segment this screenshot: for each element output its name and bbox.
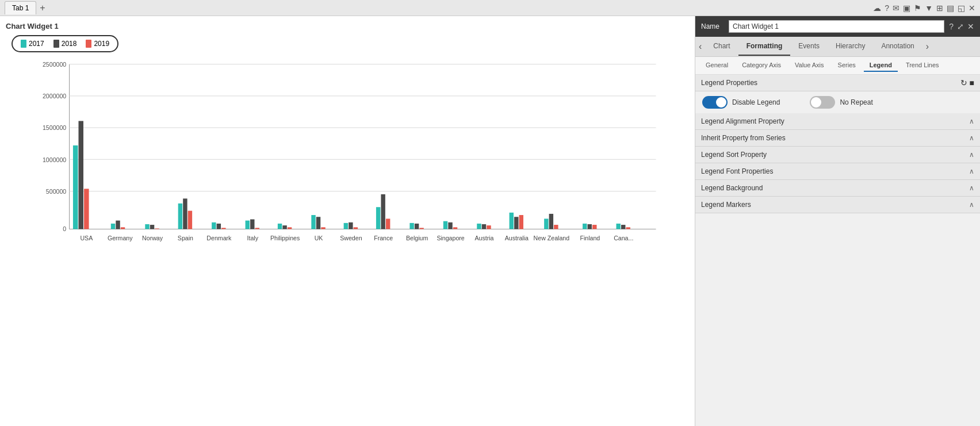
expand-icon[interactable]: ◱ [958, 3, 965, 13]
bar-sweden-2019 [354, 227, 358, 229]
bar-italy-2019 [255, 228, 259, 229]
svg-text:Norway: Norway [142, 235, 163, 241]
legend-label-2019: 2019 [94, 40, 109, 48]
inherit-property-from-series[interactable]: Inherit Property from Series ∧ [695, 130, 980, 147]
svg-text:500000: 500000 [46, 188, 67, 195]
legend-color-2018 [53, 40, 59, 48]
panel-tab-next[interactable]: › [922, 37, 932, 56]
chart-title: Chart Widget 1 [6, 22, 689, 30]
bar-canada-2018 [621, 225, 625, 229]
tab-add-button[interactable]: + [36, 3, 48, 13]
bar-spain-2018 [183, 198, 187, 229]
bar-germany-2017 [111, 224, 115, 229]
cloud-icon[interactable]: ☁ [873, 3, 881, 13]
bar-newzealand-2018 [549, 214, 553, 229]
chart-area: Chart Widget 1 2017 2018 2019 [0, 16, 695, 426]
chevron-legend-sort: ∧ [969, 151, 974, 159]
flag-icon[interactable]: ⚑ [914, 3, 921, 13]
bar-norway-2017 [145, 224, 149, 229]
expand-panel-icon[interactable]: ⤢ [957, 22, 964, 31]
legend-label-2018: 2018 [62, 40, 77, 48]
chevron-inherit-property: ∧ [969, 134, 974, 142]
bar-italy-2017 [246, 221, 250, 229]
bar-philippines-2018 [282, 225, 286, 229]
bar-philippines-2019 [288, 227, 292, 229]
mail-icon[interactable]: ✉ [893, 3, 899, 13]
disable-legend-toggle-container: Disable Legend [702, 96, 780, 109]
subtab-legend[interactable]: Legend [864, 59, 898, 72]
close-icon[interactable]: ✕ [968, 3, 975, 13]
bar-finland-2019 [592, 225, 596, 229]
grid-icon[interactable]: ⊞ [936, 3, 943, 13]
tab-annotation[interactable]: Annotation [873, 37, 922, 56]
panel-tab-prev[interactable]: ‹ [695, 37, 705, 56]
name-row-icons: ? ⤢ ✕ [949, 22, 974, 31]
subtab-trend-lines[interactable]: Trend Lines [900, 59, 945, 72]
close-panel-icon[interactable]: ✕ [967, 22, 974, 31]
svg-text:Italy: Italy [247, 235, 259, 241]
legend-color-2017 [21, 40, 26, 48]
bar-usa-2018 [79, 121, 84, 229]
help-panel-icon[interactable]: ? [949, 22, 954, 31]
legend-color-2019 [86, 40, 91, 48]
bar-australia-2019 [519, 215, 523, 229]
bar-france-2019 [386, 218, 390, 229]
tab-hierarchy[interactable]: Hierarchy [828, 37, 873, 56]
bar-france-2017 [376, 207, 380, 229]
legend-alignment-label: Legend Alignment Property [701, 117, 784, 125]
bar-denmark-2017 [212, 222, 216, 229]
bar-france-2018 [381, 194, 385, 229]
svg-text:Finland: Finland [580, 235, 600, 241]
name-label: Name [701, 22, 724, 30]
chart-legend: 2017 2018 2019 [12, 35, 118, 52]
legend-markers[interactable]: Legend Markers ∧ [695, 197, 980, 213]
bar-italy-2018 [250, 220, 254, 229]
legend-markers-label: Legend Markers [701, 201, 751, 209]
svg-text:Denmark: Denmark [206, 235, 232, 241]
legend-font-properties[interactable]: Legend Font Properties ∧ [695, 163, 980, 180]
svg-text:0: 0 [63, 225, 66, 232]
refresh-icon[interactable]: ↻ [960, 78, 967, 87]
bar-singapore-2017 [443, 221, 447, 229]
legend-alignment-property[interactable]: Legend Alignment Property ∧ [695, 113, 980, 130]
bar-austria-2019 [487, 225, 491, 229]
tab-events[interactable]: Events [790, 37, 828, 56]
legend-item-2017: 2017 [21, 40, 44, 48]
tab-chart[interactable]: Chart [705, 37, 738, 56]
tab-formatting[interactable]: Formatting [738, 37, 791, 56]
bar-canada-2019 [626, 227, 630, 229]
bar-belgium-2019 [419, 228, 423, 229]
legend-background[interactable]: Legend Background ∧ [695, 180, 980, 197]
bar-uk-2017 [311, 215, 315, 229]
filter-icon[interactable]: ▼ [925, 3, 933, 13]
name-row: Name ? ⤢ ✕ [695, 16, 980, 37]
block-icon[interactable]: ■ [970, 78, 974, 87]
subtab-series[interactable]: Series [832, 59, 862, 72]
legend-item-2018: 2018 [53, 40, 77, 48]
main-area: Chart Widget 1 2017 2018 2019 [0, 16, 980, 426]
subtab-general[interactable]: General [700, 59, 734, 72]
legend-sort-property[interactable]: Legend Sort Property ∧ [695, 147, 980, 163]
tab-1[interactable]: Tab 1 [5, 1, 36, 14]
panel-tabs: ‹ Chart Formatting Events Hierarchy Anno… [695, 37, 980, 57]
chart-svg: 2500000 2000000 1500000 1000000 500000 0… [6, 58, 689, 254]
svg-text:1500000: 1500000 [43, 124, 66, 131]
svg-text:1000000: 1000000 [43, 156, 66, 163]
right-panel: Name ? ⤢ ✕ ‹ Chart Formatting Events Hie… [695, 16, 980, 426]
name-input[interactable] [729, 20, 944, 33]
svg-text:Philippines: Philippines [270, 235, 300, 241]
no-repeat-toggle[interactable] [810, 96, 835, 109]
monitor-icon[interactable]: ▣ [903, 3, 910, 13]
subtab-category-axis[interactable]: Category Axis [736, 59, 787, 72]
svg-text:UK: UK [315, 235, 323, 241]
svg-text:Cana...: Cana... [614, 235, 633, 241]
disable-legend-toggle[interactable] [702, 96, 728, 109]
top-bar-icons: ☁ ? ✉ ▣ ⚑ ▼ ⊞ ▤ ◱ ✕ [873, 3, 975, 13]
bar-australia-2017 [510, 213, 514, 229]
bar-singapore-2018 [448, 222, 452, 229]
no-repeat-label: No Repeat [840, 98, 872, 106]
table-icon[interactable]: ▤ [947, 3, 954, 13]
subtab-value-axis[interactable]: Value Axis [789, 59, 830, 72]
bar-singapore-2019 [453, 227, 457, 229]
help-icon[interactable]: ? [885, 3, 889, 13]
